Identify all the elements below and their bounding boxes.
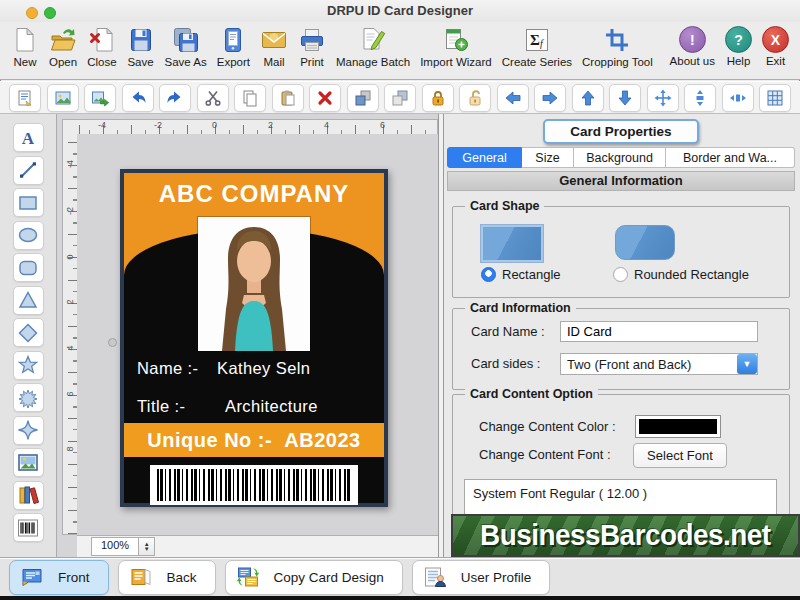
save-as-button[interactable]: Save As: [160, 26, 212, 68]
library-tool[interactable]: [13, 481, 44, 510]
copy-card-design-button[interactable]: Copy Card Design: [225, 560, 403, 595]
rectangle-tool[interactable]: [13, 188, 44, 217]
user-profile-button[interactable]: User Profile: [412, 560, 551, 595]
center-vertical-button[interactable]: [684, 84, 716, 112]
rounded-rectangle-tool-icon: [16, 256, 40, 280]
open-button[interactable]: Open: [44, 26, 82, 68]
help-button[interactable]: ? Help: [720, 26, 757, 67]
note-button[interactable]: [9, 84, 41, 112]
create-series-button[interactable]: Σf Create Series: [497, 26, 577, 68]
rectangle-tool-icon: [16, 191, 40, 215]
print-icon: [298, 26, 326, 54]
back-button[interactable]: Back: [118, 560, 216, 595]
grid-button[interactable]: [759, 84, 791, 112]
shape-toolbox: A: [0, 114, 57, 557]
select-font-button[interactable]: Select Font: [633, 443, 727, 468]
copy-button[interactable]: [234, 84, 266, 112]
section-header: General Information: [447, 171, 795, 191]
workspace: A -4 -2 0 2 4 6 -4 -2 0 2 4: [0, 114, 800, 557]
card-name-input[interactable]: [560, 321, 758, 342]
nudge-up-button[interactable]: [572, 84, 604, 112]
undo-button[interactable]: [122, 84, 154, 112]
export-image-button[interactable]: [84, 84, 116, 112]
manage-batch-button[interactable]: Manage Batch: [331, 26, 415, 68]
seal-tool[interactable]: [13, 383, 44, 412]
triangle-tool[interactable]: [13, 286, 44, 315]
zoom-control[interactable]: 100% ▲▼: [91, 537, 155, 556]
arrow-left-icon: [504, 89, 522, 107]
nudge-down-button[interactable]: [609, 84, 641, 112]
about-us-button[interactable]: ! About us: [665, 26, 720, 67]
tab-general[interactable]: General: [447, 147, 522, 168]
window-title: DRPU ID Card Designer: [0, 3, 800, 18]
radio-selected-icon: [481, 267, 496, 282]
center-horizontal-button[interactable]: [722, 84, 754, 112]
move-icon: [654, 89, 672, 107]
ellipse-tool[interactable]: [13, 221, 44, 250]
chevron-down-icon: ▼: [737, 354, 757, 374]
line-tool[interactable]: [13, 156, 44, 185]
unlock-button[interactable]: [459, 84, 491, 112]
seal-tool-icon: [16, 386, 40, 410]
stepper-down-icon: ▼: [144, 547, 150, 552]
export-button[interactable]: Export: [212, 26, 255, 68]
image-tool-icon: [16, 451, 40, 475]
delete-button[interactable]: [309, 84, 341, 112]
card-sides-select[interactable]: Two (Front and Back) ▼: [560, 353, 758, 375]
four-point-star-tool-icon: [16, 418, 40, 442]
drawing-area[interactable]: ABC COMPANY Name :-Kathey Seln: [77, 134, 438, 535]
image-tool[interactable]: [13, 448, 44, 477]
text-tool[interactable]: A: [13, 123, 44, 152]
paste-button[interactable]: [272, 84, 304, 112]
properties-tabs: General Size Background Border and Wa...: [447, 147, 795, 168]
rectangle-radio-option[interactable]: Rectangle: [481, 267, 561, 282]
grid-icon: [766, 89, 784, 107]
move-free-button[interactable]: [647, 84, 679, 112]
zoom-stepper[interactable]: ▲▼: [138, 538, 154, 555]
new-button[interactable]: New: [6, 26, 44, 68]
lock-button[interactable]: [422, 84, 454, 112]
diamond-tool[interactable]: [13, 318, 44, 347]
star-tool-icon: [16, 353, 40, 377]
font-preview-box[interactable]: System Font Regular ( 12.00 ): [464, 479, 777, 519]
tab-background[interactable]: Background: [574, 147, 666, 168]
card-content-legend: Card Content Option: [465, 387, 598, 401]
import-wizard-icon: [442, 26, 470, 54]
exit-button[interactable]: X Exit: [757, 26, 794, 67]
id-card-object[interactable]: ABC COMPANY Name :-Kathey Seln: [120, 169, 388, 507]
import-wizard-button[interactable]: Import Wizard: [415, 26, 497, 68]
front-button[interactable]: Front: [9, 560, 109, 595]
bring-forward-button[interactable]: [347, 84, 379, 112]
cut-button[interactable]: [197, 84, 229, 112]
send-backward-icon: [391, 89, 409, 107]
nudge-right-button[interactable]: [534, 84, 566, 112]
splitter-handle[interactable]: [108, 338, 117, 347]
content-color-swatch[interactable]: [635, 415, 721, 438]
star-tool[interactable]: [13, 351, 44, 380]
text-tool-icon: A: [16, 126, 40, 150]
mail-button[interactable]: Mail: [255, 26, 293, 68]
app-window: { "window": { "title": "DRPU ID Card Des…: [0, 0, 800, 600]
send-backward-button[interactable]: [384, 84, 416, 112]
four-point-star-tool[interactable]: [13, 416, 44, 445]
radio-unselected-icon: [613, 267, 628, 282]
rounded-rectangle-shape-preview[interactable]: [615, 225, 675, 260]
redo-button[interactable]: [159, 84, 191, 112]
save-button[interactable]: Save: [122, 26, 160, 68]
cut-icon: [204, 89, 222, 107]
insert-image-button[interactable]: [47, 84, 79, 112]
rectangle-shape-preview[interactable]: [481, 225, 543, 262]
front-card-icon: [20, 565, 44, 589]
main-toolbar: New Open Close Save Save As Export Mail …: [0, 22, 800, 80]
close-button[interactable]: Close: [82, 26, 121, 68]
card-unique-band: Unique No :- AB2023: [124, 423, 384, 457]
print-button[interactable]: Print: [293, 26, 331, 68]
content-color-label: Change Content Color :: [479, 415, 616, 438]
tab-size[interactable]: Size: [522, 147, 574, 168]
tab-border-watermark[interactable]: Border and Wa...: [666, 147, 795, 168]
barcode-tool[interactable]: [13, 513, 44, 542]
nudge-left-button[interactable]: [497, 84, 529, 112]
rounded-rectangle-radio-option[interactable]: Rounded Rectangle: [613, 267, 749, 282]
rounded-rectangle-tool[interactable]: [13, 253, 44, 282]
cropping-tool-button[interactable]: Cropping Tool: [577, 26, 658, 68]
